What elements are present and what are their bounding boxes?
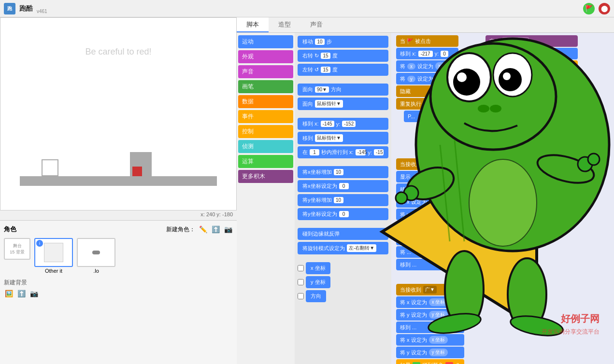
cat-motion[interactable]: 运动	[238, 35, 293, 48]
event-flag-clicked[interactable]: 当 🚩 被点击	[396, 35, 458, 47]
define-physics[interactable]: 定义 Physics	[485, 35, 578, 47]
set-x-2[interactable]: 将 x 设定为 -222	[396, 196, 448, 208]
green-flag-button[interactable]: 🚩	[583, 3, 595, 14]
block-glide[interactable]: 在 1 秒内滑行到 x: -145 y: -15	[298, 146, 388, 158]
sprite-thumb-1	[77, 238, 115, 267]
y-coord-check[interactable]	[298, 279, 304, 285]
go-to-xy-1[interactable]: 移到 x: -217 y: 0	[396, 48, 458, 59]
cat-sensing[interactable]: 侦测	[238, 140, 293, 153]
physics-label: Physics	[502, 37, 529, 45]
xv-times[interactable]: Xv * 0.87	[485, 134, 578, 145]
set-y-1[interactable]: 将 y 设定为 y 坐标	[396, 73, 458, 84]
block-face-dir[interactable]: 面向 90▼ 方向	[298, 84, 388, 96]
set-block-2[interactable]: 将 ...	[396, 246, 448, 258]
event-receive-start[interactable]: 当接收到 Start▼	[396, 158, 448, 170]
set-y-2[interactable]: 将 y 设定为 0	[396, 209, 448, 220]
show-block[interactable]: 显示	[396, 171, 448, 182]
script-group-2: 当接收到 Start▼ 显示 移到 x: -222 y: ... 将 x 设定为…	[396, 158, 448, 270]
cat-data[interactable]: 数据	[238, 95, 293, 108]
block-set-y[interactable]: 将y坐标设定为 0	[298, 208, 388, 220]
sprite-item-0[interactable]: i Other it	[34, 238, 73, 274]
sprite-thumb-0: i	[34, 238, 73, 267]
new-sprite-controls: 新建角色： ✏️ ⬆️ 📷	[166, 224, 233, 234]
direction-check[interactable]	[298, 293, 304, 299]
stop-button[interactable]: ⬤	[599, 3, 610, 14]
tabs: 脚本 造型 声音	[237, 17, 614, 33]
block-direction-checkbox[interactable]: 方向	[298, 290, 388, 302]
app-title: 跑酷	[19, 4, 33, 13]
set-block-1[interactable]: 将 ...	[396, 234, 448, 245]
if-right-key[interactable]: 如果 数键 右移键 是否按下？ 那么	[485, 60, 578, 72]
block-x-coord-checkbox[interactable]: x 坐标	[298, 262, 388, 274]
tab-scripts[interactable]: 脚本	[237, 17, 269, 32]
hide-block[interactable]: 隐藏	[396, 85, 458, 97]
change-xv-pos[interactable]: 将 Xv 增加 0.85	[495, 84, 578, 96]
change-xv-neg[interactable]: 将 Xv 增加 -0.85	[495, 121, 578, 133]
categories-panel: 运动 外观 声音 画笔 数据 事件 控制 侦测 运算 更多积木	[237, 33, 295, 364]
script-group-define: 定义 Physics 移到 x: x y: y 如果 数键 右移键 是否按下？ …	[485, 35, 578, 145]
sprites-grid: 舞台 15 背景 i Other it .	[4, 238, 233, 274]
new-bg-label: 新建背景	[4, 279, 233, 287]
event-receive-3[interactable]: 当接收到 广▼	[396, 284, 464, 295]
script-group-3: 当接收到 广▼ 将 x 设定为 x 坐标 将 y 设定为 y 坐标 移到 ...…	[396, 284, 464, 364]
upload-sprite-button[interactable]: ⬆️	[211, 224, 220, 234]
if-left-key[interactable]: 如果 数键 左移键 是否按下？ 那么	[485, 97, 578, 109]
physics-param-xy[interactable]: 移到 x: x y: y	[485, 48, 578, 59]
sprite-info-badge-0: i	[36, 240, 43, 247]
new-sprite-label: 新建角色：	[166, 225, 195, 234]
sprite-item-1[interactable]: .lo	[77, 238, 115, 274]
set-cos-x[interactable]: 将 x 设定为 x 坐标	[396, 334, 464, 346]
if-right-body: 面向 90▼ 方向 将 Xv 增加 0.85	[495, 73, 578, 96]
block-goto-xy[interactable]: 移到 x: -145 y: -152	[298, 118, 388, 130]
block-set-x[interactable]: 将x坐标设定为 0	[298, 180, 388, 192]
if-touch-color[interactable]: 如果 碰到颜色 ？	[396, 359, 464, 364]
paint-sprite-button[interactable]: ✏️	[198, 224, 208, 234]
face-n90[interactable]: 面向 -90▼ 方向	[495, 110, 578, 121]
set-cos-y[interactable]: 将 y 设定为 y 坐标	[396, 347, 464, 358]
go-to-xy-2[interactable]: 移到 x: -222 y: ...	[396, 183, 448, 195]
block-y-coord-checkbox[interactable]: y 坐标	[298, 276, 388, 288]
block-face-mouse[interactable]: 面向 鼠标指针▼	[298, 98, 388, 110]
block-rotation-style[interactable]: 将旋转模式设定为 左-右翻转▼	[298, 242, 388, 254]
cat-looks[interactable]: 外观	[238, 50, 293, 63]
block-move[interactable]: 移动 10 步	[298, 36, 388, 48]
p-block[interactable]: P...	[404, 111, 458, 122]
cat-control[interactable]: 控制	[238, 125, 293, 138]
go-to-xy-3[interactable]: 移到 x: 2 y: 0	[396, 221, 448, 233]
set-x-1[interactable]: 将 x 设定为 x 坐标	[396, 60, 458, 72]
tab-sounds[interactable]: 声音	[300, 17, 332, 32]
cat-pen[interactable]: 画笔	[238, 80, 293, 93]
face-90[interactable]: 面向 90▼ 方向	[495, 73, 578, 84]
repeat-block[interactable]: 重复执行	[396, 98, 458, 110]
cat-operators[interactable]: 运算	[238, 155, 293, 168]
stage-coords: x: 240 y: -180	[0, 210, 237, 220]
camera-bg-button[interactable]: 📷	[29, 289, 39, 298]
sprite-name-1: .lo	[93, 268, 99, 274]
stage-sprite-item[interactable]: 舞台 15 背景	[4, 238, 30, 274]
cat-more[interactable]: 更多积木	[238, 170, 293, 183]
bg-section: 新建背景 🖼️ ⬆️ 📷	[4, 279, 233, 298]
scripts-canvas[interactable]: 当 🚩 被点击 移到 x: -217 y: 0 将 x 设定为 x 坐标 将 y…	[391, 33, 614, 364]
set-x-3[interactable]: 将 x 设定为 x 坐标	[396, 296, 464, 308]
app-icon: 跑	[4, 3, 15, 14]
paint-bg-button[interactable]: 🖼️	[4, 289, 14, 298]
upload-bg-button[interactable]: ⬆️	[16, 289, 26, 298]
set-y-3[interactable]: 将 y 设定为 y 坐标	[396, 309, 464, 321]
block-bounce[interactable]: 碰到边缘就反弹	[298, 228, 388, 240]
block-turn-right[interactable]: 右转 ↻ 15 度	[298, 50, 388, 62]
x-coord-check[interactable]	[298, 265, 304, 271]
block-goto-mouse[interactable]: 移到 鼠标指针▼	[298, 132, 388, 144]
tab-costumes[interactable]: 造型	[269, 17, 300, 32]
move-to-block[interactable]: 移到 ...	[396, 322, 464, 333]
block-turn-left[interactable]: 左转 ↺ 15 度	[298, 64, 388, 76]
block-change-y[interactable]: 将y坐标增加 10	[298, 194, 388, 206]
go-to-block[interactable]: 移到 ...	[396, 259, 448, 270]
block-change-x[interactable]: 将x坐标增加 10	[298, 166, 388, 178]
stage-platform	[20, 176, 217, 186]
cat-events[interactable]: 事件	[238, 110, 293, 123]
repeat-body: P...	[404, 111, 458, 122]
palette-area: 运动 外观 声音 画笔 数据 事件 控制 侦测 运算 更多积木 移动 10 步 …	[237, 33, 614, 364]
sprites-panel: 角色 新建角色： ✏️ ⬆️ 📷 舞台 15 背景	[0, 220, 237, 364]
cat-sound[interactable]: 声音	[238, 65, 293, 78]
camera-sprite-button[interactable]: 📷	[223, 224, 233, 234]
